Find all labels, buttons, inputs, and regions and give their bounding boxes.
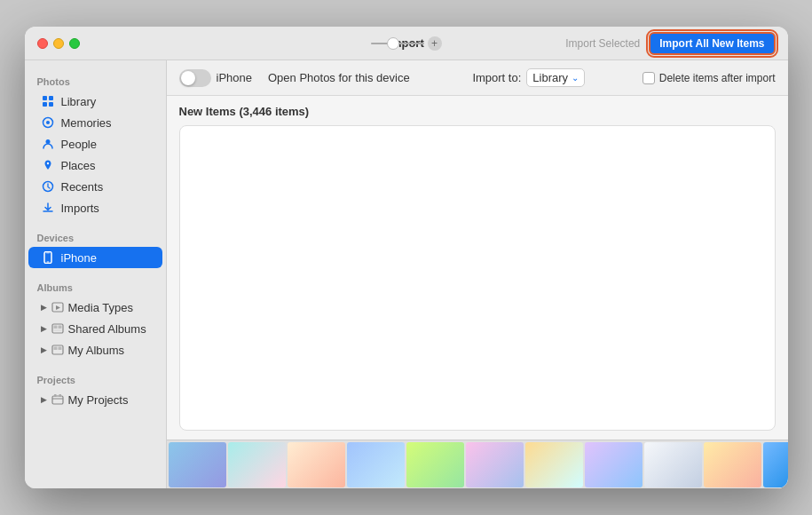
svg-rect-10 — [46, 262, 49, 263]
close-button[interactable] — [37, 38, 48, 49]
expand-chevron-icon: ▶ — [41, 345, 47, 354]
zoom-plus-button[interactable]: + — [428, 36, 442, 51]
sidebar-item-imports[interactable]: Imports — [28, 197, 162, 218]
svg-rect-19 — [58, 347, 61, 351]
titlebar-right-actions: Import Selected Import All New Items — [565, 32, 775, 55]
thumbnail-6[interactable] — [466, 442, 524, 487]
import-to-value: Library — [532, 71, 568, 84]
my-projects-icon — [51, 392, 65, 407]
content-panel: New Items (3,446 items) — [167, 96, 788, 440]
svg-rect-11 — [46, 253, 50, 254]
svg-rect-2 — [43, 102, 47, 107]
delete-label: Delete items after import — [659, 72, 776, 84]
photos-section-label: Photos — [25, 69, 166, 91]
titlebar: + Import Import Selected Import All New … — [25, 27, 788, 60]
svg-rect-13 — [52, 324, 63, 333]
sidebar-item-recents[interactable]: Recents — [28, 176, 162, 197]
sidebar-item-library[interactable]: Library — [28, 91, 162, 112]
sidebar-item-places[interactable]: Places — [28, 154, 162, 176]
thumbnail-1[interactable] — [169, 442, 226, 487]
thumbnail-9[interactable] — [644, 442, 702, 487]
sidebar-item-label: Memories — [61, 116, 112, 130]
photo-grid[interactable] — [179, 125, 776, 431]
thumbnail-7[interactable] — [525, 442, 583, 487]
sidebar: Photos Library — [25, 60, 167, 488]
svg-rect-20 — [52, 396, 63, 404]
thumbnail-8[interactable] — [585, 442, 643, 487]
media-types-icon — [51, 300, 65, 314]
svg-rect-22 — [59, 394, 61, 397]
expand-chevron-icon: ▶ — [41, 303, 47, 312]
svg-point-5 — [46, 121, 50, 124]
thumbnail-strip — [167, 440, 788, 488]
device-toggle-area: iPhone — [179, 69, 252, 87]
svg-rect-0 — [43, 96, 47, 100]
thumbnail-5[interactable] — [406, 442, 464, 487]
devices-section-label: Devices — [25, 226, 166, 247]
open-photos-button[interactable]: Open Photos for this device — [263, 68, 415, 87]
svg-rect-17 — [52, 345, 63, 354]
svg-rect-14 — [53, 326, 57, 329]
memories-icon — [41, 115, 55, 130]
sidebar-item-people[interactable]: People — [28, 133, 162, 154]
sidebar-expand-label: My Albums — [68, 344, 125, 357]
fullscreen-button[interactable] — [69, 38, 80, 49]
dropdown-arrow-icon: ⌄ — [572, 73, 579, 83]
places-icon — [41, 158, 55, 172]
thumbnail-11[interactable] — [763, 442, 788, 487]
content-area: iPhone Open Photos for this device Impor… — [167, 60, 788, 488]
svg-rect-21 — [54, 394, 57, 397]
iphone-device-icon — [41, 250, 55, 265]
svg-rect-16 — [53, 329, 61, 331]
sidebar-item-iphone[interactable]: iPhone — [28, 247, 162, 268]
device-item-label: iPhone — [61, 251, 97, 265]
traffic-lights — [37, 38, 80, 49]
sidebar-item-media-types[interactable]: ▶ Media Types — [28, 297, 162, 318]
sidebar-item-memories[interactable]: Memories — [28, 112, 162, 133]
my-albums-icon — [51, 343, 65, 357]
sidebar-expand-label: Shared Albums — [68, 322, 146, 336]
import-selected-button[interactable]: Import Selected — [565, 37, 640, 50]
import-all-button[interactable]: Import All New Items — [649, 32, 775, 55]
app-window: + Import Import Selected Import All New … — [25, 27, 788, 488]
expand-chevron-icon: ▶ — [41, 324, 47, 333]
toggle-knob — [181, 71, 195, 85]
sidebar-item-label: People — [61, 138, 97, 151]
delete-after-import-area: Delete items after import — [643, 72, 776, 84]
thumbnail-3[interactable] — [288, 442, 345, 487]
sidebar-item-label: Library — [61, 95, 97, 108]
svg-rect-18 — [53, 347, 57, 351]
titlebar-controls: + — [371, 36, 442, 51]
sidebar-item-my-albums[interactable]: ▶ My Albums — [28, 339, 162, 360]
zoom-slider[interactable] — [371, 43, 424, 44]
expand-chevron-icon: ▶ — [41, 395, 47, 404]
svg-rect-3 — [49, 102, 53, 107]
sidebar-item-shared-albums[interactable]: ▶ Shared Albums — [28, 318, 162, 339]
sidebar-item-label: Imports — [61, 202, 99, 215]
minimize-button[interactable] — [53, 38, 64, 49]
sidebar-item-my-projects[interactable]: ▶ My Projects — [28, 389, 162, 410]
device-name-label: iPhone — [217, 71, 252, 84]
thumbnail-10[interactable] — [704, 442, 761, 487]
imports-icon — [41, 201, 55, 215]
projects-section-label: Projects — [25, 368, 166, 389]
device-toggle[interactable] — [179, 69, 211, 87]
new-items-header: New Items (3,446 items) — [179, 105, 776, 118]
sidebar-expand-label: My Projects — [68, 393, 129, 407]
svg-rect-1 — [49, 96, 53, 100]
svg-point-7 — [46, 162, 48, 164]
sidebar-item-label: Recents — [61, 180, 104, 194]
thumbnail-2[interactable] — [228, 442, 286, 487]
import-to-label: Import to: — [472, 71, 521, 84]
svg-rect-15 — [58, 326, 61, 329]
people-icon — [41, 137, 55, 151]
thumbnail-4[interactable] — [347, 442, 405, 487]
library-icon — [41, 94, 55, 108]
import-to-dropdown[interactable]: Library ⌄ — [526, 68, 585, 87]
main-content: Photos Library — [25, 60, 788, 488]
zoom-slider-area: + — [371, 36, 442, 51]
albums-section-label: Albums — [25, 275, 166, 297]
recents-icon — [41, 179, 55, 194]
delete-checkbox[interactable] — [643, 72, 655, 84]
sidebar-item-label: Places — [61, 159, 96, 172]
